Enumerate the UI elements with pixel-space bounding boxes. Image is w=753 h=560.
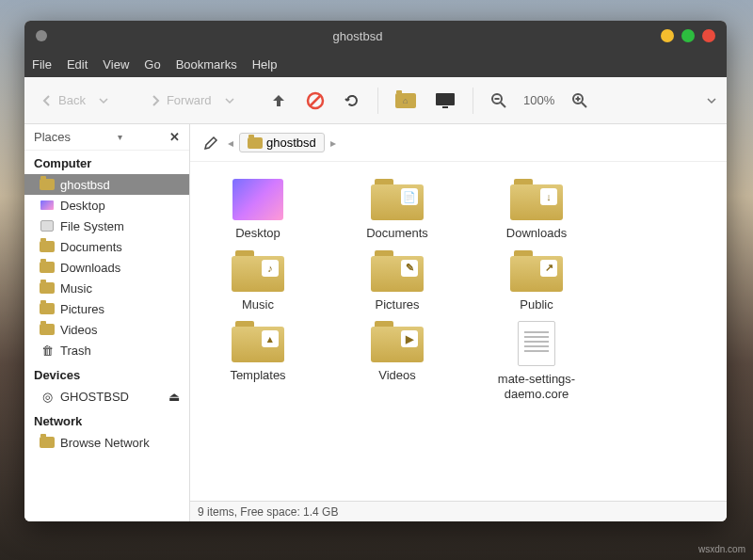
minimize-button[interactable] xyxy=(661,29,674,42)
breadcrumb-home[interactable]: ghostbsd xyxy=(239,133,325,152)
home-folder-icon: ⌂ xyxy=(395,93,416,108)
arrow-up-icon xyxy=(270,92,287,109)
back-button[interactable]: Back xyxy=(34,89,91,112)
sidebar-item-trash[interactable]: 🗑Trash xyxy=(24,340,189,360)
svg-line-1 xyxy=(311,96,320,105)
titlebar[interactable]: ghostbsd xyxy=(24,21,727,51)
folder-icon: ↗ xyxy=(510,250,563,292)
sidebar-item-documents[interactable]: Documents xyxy=(24,236,189,257)
view-mode-dropdown-icon[interactable] xyxy=(706,95,717,106)
reload-icon xyxy=(344,92,360,109)
menu-help[interactable]: Help xyxy=(252,57,278,72)
menu-bookmarks[interactable]: Bookmarks xyxy=(176,57,237,72)
statusbar: 9 items, Free space: 1.4 GB xyxy=(190,501,727,521)
close-sidebar-icon[interactable]: ✕ xyxy=(169,130,180,144)
file-label: mate-settings-daemo.core xyxy=(480,372,593,401)
file-item[interactable]: ▴Templates xyxy=(201,321,314,401)
menubar: File Edit View Go Bookmarks Help xyxy=(24,51,727,77)
close-button[interactable] xyxy=(702,29,715,42)
folder-icon xyxy=(40,280,55,296)
stop-button[interactable] xyxy=(300,88,330,114)
file-item[interactable]: ▶Videos xyxy=(341,321,454,401)
sidebar-item-ghostbsd-media[interactable]: ◎GHOSTBSD⏏ xyxy=(24,386,189,407)
menu-go[interactable]: Go xyxy=(144,57,160,72)
sidebar-item-filesystem[interactable]: File System xyxy=(24,216,189,236)
icon-view[interactable]: Desktop📄Documents↓Downloads♪Music✎Pictur… xyxy=(190,162,727,501)
file-item[interactable]: ↓Downloads xyxy=(480,179,593,241)
computer-button[interactable] xyxy=(429,88,461,113)
file-label: Templates xyxy=(230,368,285,383)
window-title: ghostbsd xyxy=(55,29,661,43)
home-button[interactable]: ⌂ xyxy=(390,89,422,112)
folder-icon xyxy=(40,322,55,337)
dropdown-icon[interactable] xyxy=(225,96,234,105)
file-manager-window: ghostbsd File Edit View Go Bookmarks Hel… xyxy=(24,21,727,521)
home-folder-icon xyxy=(40,177,55,192)
arrow-right-icon xyxy=(148,93,163,108)
chevron-down-icon[interactable]: ▾ xyxy=(118,132,122,142)
trash-icon: 🗑 xyxy=(40,343,55,358)
file-label: Downloads xyxy=(506,226,567,241)
window-menu-dot[interactable] xyxy=(36,30,47,41)
edit-path-button[interactable] xyxy=(200,132,222,154)
zoom-out-icon xyxy=(490,92,507,109)
file-item[interactable]: 📄Documents xyxy=(341,179,454,241)
disk-icon xyxy=(40,218,55,233)
desktop-icon xyxy=(232,179,283,220)
sidebar-item-videos[interactable]: Videos xyxy=(24,319,189,340)
menu-edit[interactable]: Edit xyxy=(67,57,88,72)
dropdown-icon[interactable] xyxy=(99,96,108,105)
sidebar-item-pictures[interactable]: Pictures xyxy=(24,298,189,319)
svg-line-5 xyxy=(501,103,505,107)
sidebar-group-devices: Devices xyxy=(24,364,189,386)
menu-file[interactable]: File xyxy=(32,57,52,72)
file-item[interactable]: ♪Music xyxy=(201,250,314,312)
zoom-in-button[interactable] xyxy=(566,88,594,113)
reload-button[interactable] xyxy=(338,88,366,113)
file-item[interactable]: Desktop xyxy=(201,179,314,241)
path-prev-icon[interactable]: ◂ xyxy=(228,136,233,150)
svg-rect-3 xyxy=(442,106,448,108)
folder-icon xyxy=(40,435,55,450)
toolbar: Back Forward ⌂ 100% xyxy=(24,77,727,124)
no-entry-icon xyxy=(306,91,325,110)
pencil-icon xyxy=(203,136,218,151)
path-next-icon[interactable]: ▸ xyxy=(330,136,336,150)
file-label: Desktop xyxy=(235,226,280,241)
file-label: Pictures xyxy=(376,297,420,312)
zoom-out-button[interactable] xyxy=(485,88,513,113)
sidebar-item-browse-network[interactable]: Browse Network xyxy=(24,432,189,453)
sidebar-item-music[interactable]: Music xyxy=(24,278,189,298)
file-icon xyxy=(518,321,555,366)
file-label: Documents xyxy=(366,226,428,241)
svg-line-8 xyxy=(582,103,586,107)
desktop-icon xyxy=(40,198,55,213)
menu-view[interactable]: View xyxy=(103,57,129,72)
folder-icon: 📄 xyxy=(371,179,424,220)
folder-icon: ▴ xyxy=(232,321,284,362)
window-buttons xyxy=(661,29,715,42)
file-item[interactable]: ↗Public xyxy=(480,250,593,312)
eject-icon[interactable]: ⏏ xyxy=(168,390,180,404)
forward-button[interactable]: Forward xyxy=(142,89,217,112)
sidebar-item-ghostbsd[interactable]: ghostbsd xyxy=(24,174,189,195)
pathbar: ◂ ghostbsd ▸ xyxy=(190,124,727,162)
sidebar: Places ▾ ✕ Computer ghostbsd Desktop Fil… xyxy=(24,124,190,521)
file-label: Public xyxy=(520,297,553,312)
monitor-icon xyxy=(435,92,456,109)
sidebar-item-desktop[interactable]: Desktop xyxy=(24,195,189,216)
home-folder-icon xyxy=(248,137,263,149)
folder-icon xyxy=(40,301,55,316)
file-item[interactable]: mate-settings-daemo.core xyxy=(480,321,593,401)
arrow-left-icon xyxy=(40,93,55,108)
maximize-button[interactable] xyxy=(681,29,695,42)
up-button[interactable] xyxy=(264,88,293,113)
file-item[interactable]: ✎Pictures xyxy=(341,250,454,312)
sidebar-group-computer: Computer xyxy=(24,152,189,174)
folder-icon xyxy=(40,239,55,254)
zoom-level: 100% xyxy=(521,93,558,107)
sidebar-item-downloads[interactable]: Downloads xyxy=(24,257,189,278)
folder-icon: ▶ xyxy=(371,321,424,362)
optical-icon: ◎ xyxy=(40,389,55,404)
watermark: wsxdn.com xyxy=(698,544,745,554)
